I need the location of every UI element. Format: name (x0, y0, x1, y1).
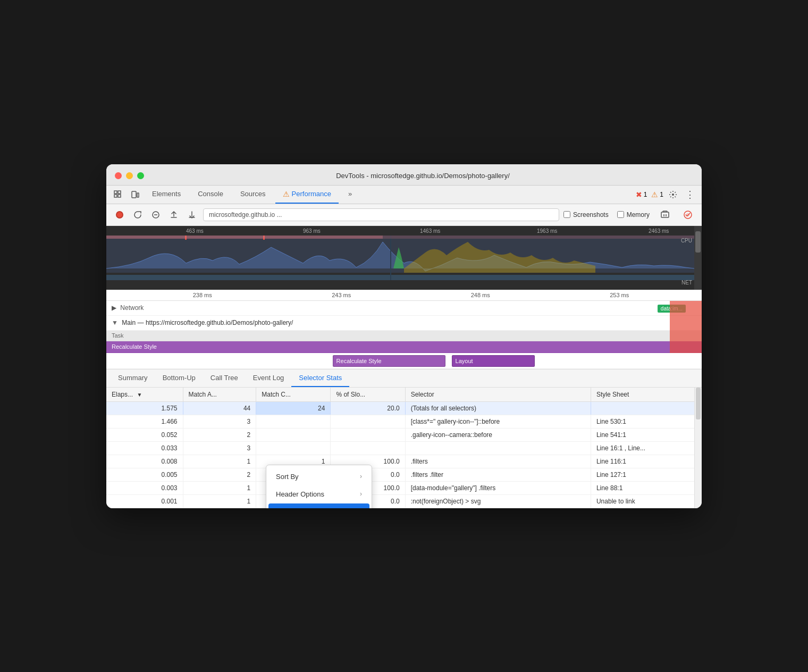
table-row[interactable]: 1.466 3 [class*=" gallery-icon--"]::befo… (106, 415, 702, 428)
table-row[interactable]: 0.008 1 1 100.0 .filters Line 116:1 (106, 455, 702, 468)
cell-match-c (256, 441, 331, 455)
cell-selector: .gallery-icon--camera::before (405, 428, 591, 441)
cell-stylesheet[interactable]: Line 16:1 , Line... (591, 441, 702, 455)
upload-button[interactable] (167, 208, 181, 222)
table-row[interactable]: 0.001 1 0 0.0 :not(foreignObject) > svg … (106, 494, 702, 508)
cell-stylesheet[interactable]: Line 530:1 (591, 415, 702, 428)
error-badges: ✖ 1 ⚠ 1 (636, 190, 663, 199)
download-button[interactable] (185, 208, 199, 222)
flame-chart: ▶ Network data:im... ▼ Main — https://mi… (106, 301, 702, 369)
network-row: ▶ Network data:im... (106, 301, 702, 316)
main-label: ▼ Main — https://microsoftedge.github.io… (112, 319, 324, 326)
timeline-area: 463 ms 963 ms 1463 ms 1963 ms 2463 ms CP… (106, 226, 702, 290)
table-row[interactable]: 1.575 44 24 20.0 (Totals for all selecto… (106, 401, 702, 415)
th-match-count[interactable]: Match C... (256, 388, 331, 402)
recalc-row: Recalculate Style (106, 341, 702, 353)
cell-selector: [class*=" gallery-icon--"]::before (405, 415, 591, 428)
tab-bar: Elements Console Sources ⚠ Performance »… (106, 186, 702, 204)
stop-button[interactable] (149, 208, 163, 222)
tab-summary[interactable]: Summary (111, 369, 155, 387)
svg-rect-18 (383, 236, 694, 239)
minimize-button[interactable] (126, 172, 133, 179)
cell-match-a: 1 (183, 494, 256, 508)
tab-performance[interactable]: ⚠ Performance (275, 186, 339, 204)
cell-match-a: 44 (183, 401, 256, 415)
cell-pct (331, 441, 405, 455)
context-menu-sort-by[interactable]: Sort By › (268, 468, 369, 485)
memory-checkbox[interactable]: Memory (617, 211, 650, 219)
context-menu: Sort By › Header Options › Copy Table (266, 465, 372, 508)
table-row[interactable]: 0.052 2 .gallery-icon--camera::before Li… (106, 428, 702, 441)
svg-rect-4 (132, 191, 136, 198)
recording-options: Screenshots Memory (563, 207, 695, 222)
network-label: ▶ Network (112, 304, 175, 312)
main-row: ▼ Main — https://microsoftedge.github.io… (106, 316, 702, 331)
warning-icon: ⚠ (283, 190, 290, 198)
inspect-icon[interactable] (111, 187, 125, 202)
th-pct-slow[interactable]: % of Slo... (331, 388, 405, 402)
bottom-tick-1: 238 ms (133, 292, 272, 298)
tick-5: 2463 ms (649, 228, 669, 234)
table-row[interactable]: 0.033 3 Line 16:1 , Line... (106, 441, 702, 455)
tab-sources[interactable]: Sources (233, 186, 273, 203)
table-scrollbar[interactable] (694, 388, 702, 508)
cell-stylesheet[interactable]: Line 541:1 (591, 428, 702, 441)
cell-match-a: 2 (183, 428, 256, 441)
traffic-lights (115, 172, 144, 179)
header-options-arrow-icon: › (360, 490, 362, 498)
cpu-label: CPU (681, 238, 692, 243)
warning-badge-count[interactable]: ⚠ 1 (651, 190, 663, 199)
tab-event-log[interactable]: Event Log (246, 369, 292, 387)
th-stylesheet[interactable]: Style Sheet (591, 388, 702, 402)
tab-more[interactable]: » (341, 186, 359, 203)
perf-settings-icon[interactable] (680, 207, 695, 222)
cell-elapsed: 0.003 (106, 481, 183, 494)
url-display: microsoftedge.github.io ... (203, 208, 559, 221)
tab-selector-stats[interactable]: Selector Stats (291, 369, 349, 387)
cell-stylesheet[interactable]: Line 127:1 (591, 468, 702, 481)
timeline-scrollbar[interactable] (694, 226, 702, 290)
th-elapsed[interactable]: Elaps... ▼ (106, 388, 183, 402)
cell-stylesheet[interactable]: Line 88:1 (591, 481, 702, 494)
screenshots-checkbox[interactable]: Screenshots (563, 211, 609, 219)
cell-selector: .filters (405, 455, 591, 468)
tab-elements[interactable]: Elements (145, 186, 188, 203)
cell-elapsed: 0.001 (106, 494, 183, 508)
th-match-attempts[interactable]: Match A... (183, 388, 256, 402)
tick-1: 463 ms (186, 228, 204, 234)
settings-icon[interactable] (666, 187, 680, 202)
tab-console[interactable]: Console (190, 186, 231, 203)
maximize-button[interactable] (137, 172, 144, 179)
table-row[interactable]: 0.005 2 1 0.0 .filters .filter Line 127:… (106, 468, 702, 481)
close-button[interactable] (115, 172, 122, 179)
net-label: NET (681, 280, 692, 285)
cell-match-c (256, 428, 331, 441)
cell-match-c: 24 (256, 401, 331, 415)
error-badge-count[interactable]: ✖ 1 (636, 190, 647, 199)
context-menu-header-options[interactable]: Header Options › (268, 486, 369, 502)
cell-match-a: 1 (183, 481, 256, 494)
cell-match-a: 2 (183, 468, 256, 481)
table-row[interactable]: 0.003 1 1 100.0 [data-module="gallery"] … (106, 481, 702, 494)
device-icon[interactable] (128, 187, 142, 202)
cell-elapsed: 0.033 (106, 441, 183, 455)
cell-elapsed: 1.466 (106, 415, 183, 428)
cell-selector: :not(foreignObject) > svg (405, 494, 591, 508)
context-menu-copy-table[interactable]: Copy Table (268, 503, 369, 508)
cell-selector: [data-module="gallery"] .filters (405, 481, 591, 494)
tab-bottom-up[interactable]: Bottom-Up (155, 369, 203, 387)
cell-match-a: 1 (183, 455, 256, 468)
reload-button[interactable] (131, 208, 145, 222)
tab-call-tree[interactable]: Call Tree (203, 369, 246, 387)
sort-arrow-icon: ▼ (137, 392, 142, 398)
cell-elapsed: 0.052 (106, 428, 183, 441)
cell-pct (331, 415, 405, 428)
record-button[interactable] (113, 208, 127, 222)
svg-rect-9 (661, 212, 669, 217)
cell-stylesheet[interactable]: Line 116:1 (591, 455, 702, 468)
more-icon[interactable]: ⋮ (683, 187, 697, 202)
bottom-tick-3: 248 ms (411, 292, 550, 298)
cleanup-button[interactable] (658, 208, 672, 222)
th-selector[interactable]: Selector (405, 388, 591, 402)
sort-by-arrow-icon: › (360, 473, 362, 480)
